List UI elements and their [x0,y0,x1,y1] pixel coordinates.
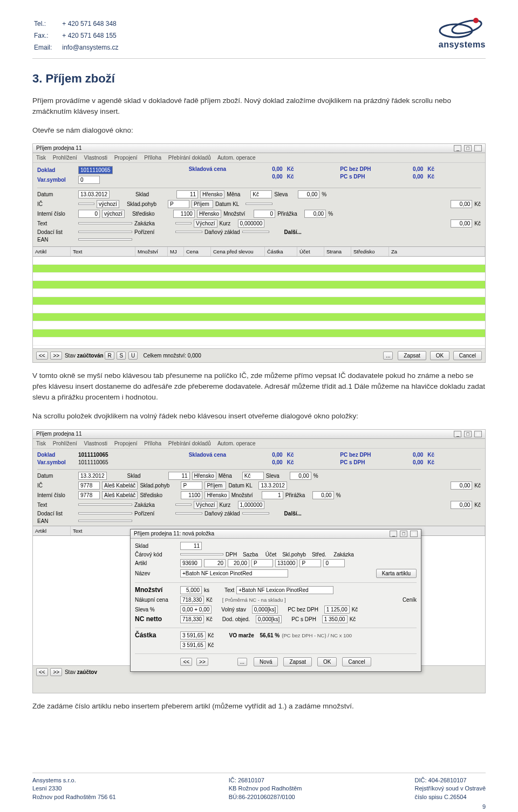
window-buttons[interactable]: _ □ × [453,145,482,152]
cancel-button[interactable]: Cancel [342,657,371,666]
karta-artiklu-button[interactable]: Karta artiklu [376,569,417,578]
int-input[interactable]: 9778 [78,491,100,499]
tb-prohlizeni[interactable]: Prohlížení [53,155,77,161]
s-btn[interactable]: S [117,352,126,360]
more-btn[interactable]: ... [383,352,393,360]
por-input[interactable] [175,231,202,233]
d-ucet[interactable]: P [251,559,273,567]
d-dph2[interactable]: 20,00 [228,559,249,567]
sklad-input[interactable]: 11 [168,472,190,480]
tb-prebirani[interactable]: Přebírání dokladů [168,155,211,161]
mn-input[interactable]: 0 [254,210,275,218]
pohyb-input[interactable]: P [168,200,189,208]
mena-input[interactable]: Kč [250,190,272,198]
grid-body[interactable] [33,257,485,348]
dalsi-button[interactable]: Další... [284,229,302,235]
d-artikl-input[interactable]: 93690 [180,559,202,567]
nova-button[interactable]: Nová [254,657,278,666]
minimize-icon[interactable]: _ [390,531,397,537]
zapsat-button[interactable]: Zapsat [398,351,426,360]
sleva-input[interactable]: 0,00 [298,190,319,198]
dalsi-button[interactable]: Další... [284,511,302,517]
tb-tisk[interactable]: Tisk [36,441,46,446]
row2-val[interactable]: 0,00 [451,200,472,208]
pohyb-input[interactable]: P [181,481,202,490]
sleva-input[interactable]: 0,00 [290,472,311,480]
prev-btn[interactable]: << [36,668,48,676]
prir2-input[interactable]: 0,00 [451,219,472,228]
d-mnozstvi-input[interactable]: 5,000 [180,586,202,594]
row2-val[interactable]: 0,00 [451,481,472,490]
ean-input[interactable] [78,238,132,240]
datkl-input[interactable]: 13.3.2012 [258,481,287,490]
prir-input[interactable]: 0,00 [304,210,326,218]
ic-input[interactable] [78,203,94,205]
d-nc-input[interactable]: 718,330 [180,596,204,604]
ok-button[interactable]: OK [430,351,449,360]
tb-priloha[interactable]: Příloha [144,441,161,446]
d-ncn-input[interactable]: 718,330 [180,615,204,623]
d-sklad-input[interactable]: 11 [180,542,202,550]
dod-input[interactable] [78,512,132,514]
varsymbol-value[interactable]: 0 [78,176,100,184]
doklad-value[interactable]: 1011110065 [78,166,113,174]
por-input[interactable] [175,512,202,514]
kurz-input[interactable]: 0,000000 [238,219,265,228]
datum-input[interactable]: 13.03.2012 [78,190,110,198]
maximize-icon[interactable]: □ [464,145,472,152]
minimize-icon[interactable]: _ [454,145,461,152]
datkl-input[interactable] [246,203,272,205]
mn-input[interactable]: 1 [262,491,283,499]
tb-autom[interactable]: Autom. operace [217,441,256,446]
ic-input[interactable]: 9778 [78,481,100,490]
zak-input[interactable] [175,222,192,224]
tb-propojeni[interactable]: Propojení [114,441,138,446]
dod-input[interactable] [78,231,132,233]
next-btn[interactable]: >> [50,668,62,676]
cancel-button[interactable]: Cancel [453,351,482,360]
r-btn[interactable]: R [105,352,114,360]
dz-input[interactable] [242,231,269,233]
stred-input[interactable]: 1100 [181,491,202,499]
window-buttons-2[interactable]: _ □ × [453,431,482,437]
close-icon[interactable]: × [410,531,418,537]
mena-input[interactable]: Kč [242,472,264,480]
close-icon[interactable]: × [474,145,482,152]
d-more-btn[interactable]: ... [237,658,247,666]
dz-input[interactable] [242,512,269,514]
int-input[interactable]: 0 [78,210,100,218]
d-next-btn[interactable]: >> [196,658,208,666]
tb-vlastnosti[interactable]: Vlastnosti [84,155,107,161]
d-sleva-input[interactable]: 0,00 + 0,00 [180,605,212,614]
tb-prebirani[interactable]: Přebírání dokladů [168,441,211,446]
minimize-icon[interactable]: _ [454,431,461,437]
d-nazev-input[interactable]: +Batoh NF Lexicon PinotRed [180,569,288,577]
text-input[interactable] [78,222,132,224]
d-carovy-input[interactable] [180,553,223,555]
d-prev-btn[interactable]: << [180,658,192,666]
tb-priloha[interactable]: Příloha [144,155,161,161]
d-dph1[interactable]: 20 [204,559,226,567]
tb-propojeni[interactable]: Propojení [114,155,138,161]
tb-autom[interactable]: Autom. operace [217,155,256,161]
d-st[interactable]: 0 [323,559,345,567]
u-btn[interactable]: U [128,352,138,360]
sklad-input[interactable]: 11 [176,190,198,198]
tb-tisk[interactable]: Tisk [36,155,46,161]
zapsat-button[interactable]: Zapsat [283,657,312,666]
d-ucet2[interactable]: 131000 [275,559,297,567]
tb-vlastnosti[interactable]: Vlastnosti [84,441,107,446]
zak-input[interactable] [175,504,192,506]
ok-button[interactable]: OK [317,657,337,666]
ean-input[interactable] [78,520,132,522]
d-castka-input[interactable]: 3 591,65 [180,631,206,639]
stred-input[interactable]: 1100 [173,210,195,218]
prev-btn[interactable]: << [36,352,48,360]
d-text-input[interactable]: +Batoh NF Lexicon PinotRed [236,586,333,594]
d-sp[interactable]: P [299,559,321,567]
maximize-icon[interactable]: □ [400,531,407,537]
prir2-input[interactable]: 0,00 [451,501,472,509]
prir-input[interactable]: 0,00 [312,491,334,499]
datum-input[interactable]: 13.3.2012 [78,472,107,480]
close-icon[interactable]: × [474,431,482,437]
